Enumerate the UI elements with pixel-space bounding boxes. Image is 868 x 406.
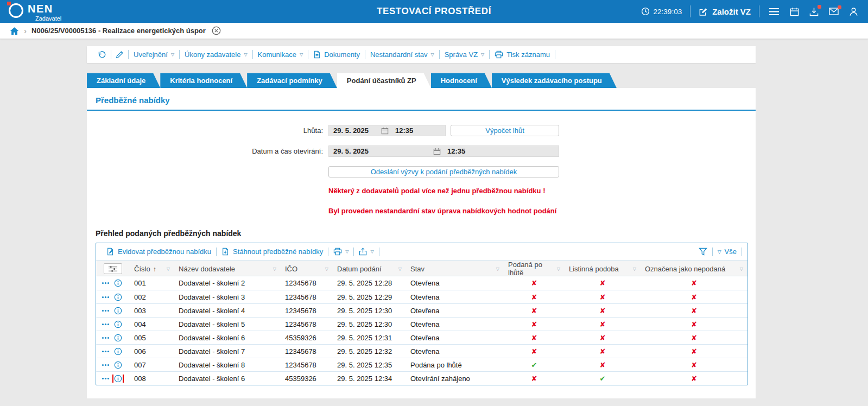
history-button[interactable] bbox=[93, 50, 111, 59]
close-record-icon[interactable] bbox=[212, 26, 221, 35]
tab-zakladni-udaje[interactable]: Základní údaje bbox=[87, 73, 160, 88]
export-table-button[interactable] bbox=[354, 248, 378, 256]
table-row[interactable]: 006Dodavatel - školení 71234567829. 5. 2… bbox=[96, 344, 747, 358]
column-header-cislo[interactable]: Číslo bbox=[130, 261, 174, 277]
row-status: Otevřena bbox=[406, 279, 504, 287]
column-header-stav[interactable]: Stav bbox=[406, 261, 504, 277]
calendar-icon[interactable] bbox=[381, 127, 389, 135]
column-filter-icon[interactable] bbox=[325, 267, 328, 271]
row-paper-flag: ✘ bbox=[565, 334, 641, 342]
row-info-icon[interactable] bbox=[114, 347, 122, 356]
preliminary-offers-form: Lhůta: 29. 5. 2025 12:35 Výpočet lhůt Da… bbox=[87, 111, 756, 215]
row-menu-icon[interactable] bbox=[102, 309, 110, 312]
separator bbox=[555, 50, 555, 59]
column-filter-icon[interactable] bbox=[398, 267, 402, 271]
row-menu-icon[interactable] bbox=[102, 296, 110, 299]
create-vz-button[interactable]: Založit VZ bbox=[699, 7, 751, 16]
tab-zadavaci-podminky[interactable]: Zadávací podmínky bbox=[247, 73, 337, 88]
opening-time-value[interactable]: 12:35 bbox=[441, 147, 465, 155]
row-menu-icon[interactable] bbox=[102, 337, 110, 339]
menu-icon[interactable] bbox=[768, 7, 781, 17]
opening-date-value[interactable]: 29. 5. 2025 bbox=[329, 147, 433, 155]
tab-vysledek-zadavaciho-postupu[interactable]: Výsledek zadávacího postupu bbox=[492, 73, 617, 88]
toolbar-item-nestandardni-stav[interactable]: Nestandardní stav bbox=[365, 50, 439, 59]
calc-deadlines-button[interactable]: Výpočet lhůt bbox=[451, 125, 559, 136]
toolbar-item-label: Uveřejnění bbox=[134, 50, 168, 59]
toolbar-item-dokumenty[interactable]: Dokumenty bbox=[308, 50, 365, 59]
header-separator bbox=[690, 5, 690, 17]
table-row[interactable]: 005Dodavatel - školení 64535932629. 5. 2… bbox=[96, 331, 747, 344]
brand-name: NEN bbox=[28, 3, 61, 14]
column-header-listinna-podoba[interactable]: Listinná podoba bbox=[565, 261, 641, 277]
row-menu-icon[interactable] bbox=[102, 282, 110, 284]
opening-field[interactable]: 29. 5. 2025 12:35 bbox=[328, 145, 559, 157]
row-info-icon[interactable] bbox=[114, 361, 122, 369]
row-info-icon[interactable] bbox=[114, 334, 122, 342]
row-menu-icon[interactable] bbox=[102, 377, 110, 380]
row-not-submitted-flag: ✘ bbox=[641, 347, 747, 356]
row-info-icon[interactable] bbox=[114, 293, 122, 301]
toolbar-item-label: Dokumenty bbox=[324, 50, 360, 59]
row-info-icon[interactable] bbox=[114, 307, 122, 315]
user-icon[interactable] bbox=[848, 6, 859, 17]
download-icon[interactable] bbox=[808, 6, 820, 17]
table-row[interactable]: 002Dodavatel - školení 31234567829. 5. 2… bbox=[96, 290, 747, 303]
row-menu-icon[interactable] bbox=[102, 364, 110, 366]
row-info-icon[interactable] bbox=[114, 320, 122, 328]
tab-hodnoceni[interactable]: Hodnocení bbox=[431, 73, 492, 88]
column-filter-icon[interactable] bbox=[633, 267, 636, 271]
nen-logo[interactable]: NEN Zadavatel bbox=[9, 1, 61, 22]
filter-button[interactable] bbox=[694, 248, 712, 256]
row-menu-icon[interactable] bbox=[102, 323, 110, 326]
register-offer-label: Evidovat předběžnou nabídku bbox=[118, 248, 211, 256]
view-all-dropdown[interactable]: Vše bbox=[713, 248, 742, 256]
page-body: UveřejněníÚkony zadavateleKomunikaceDoku… bbox=[0, 39, 868, 398]
deadline-field[interactable]: 29. 5. 2025 12:35 bbox=[328, 125, 446, 136]
table-row[interactable]: 007Dodavatel - školení 81234567829. 5. 2… bbox=[96, 358, 747, 371]
row-supplier: Dodavatel - školení 6 bbox=[174, 375, 281, 383]
toolbar-item-uverejneni[interactable]: Uveřejnění bbox=[129, 50, 179, 59]
toolbar-item-ukony-zadavatele[interactable]: Úkony zadavatele bbox=[180, 50, 252, 59]
column-header-datum-podani[interactable]: Datum podání bbox=[333, 261, 406, 277]
print-table-button[interactable] bbox=[328, 248, 353, 256]
toolbar-item-tisk-zaznamu[interactable]: Tisk záznamu bbox=[490, 50, 555, 59]
tab-podani-ucastniku-zp[interactable]: Podání účastníků ZP bbox=[337, 73, 431, 88]
column-filter-icon[interactable] bbox=[167, 267, 170, 271]
column-header-ico[interactable]: IČO bbox=[281, 261, 333, 277]
column-settings-button[interactable] bbox=[104, 263, 122, 274]
register-offer-button[interactable]: Evidovat předběžnou nabídku bbox=[102, 248, 216, 256]
column-label: Stav bbox=[410, 265, 425, 273]
table-row[interactable]: 001Dodavatel - školení 21234567829. 5. 2… bbox=[96, 276, 747, 290]
doc-edit-icon bbox=[106, 248, 115, 256]
edit-button[interactable] bbox=[111, 50, 128, 59]
deadline-time-value[interactable]: 12:35 bbox=[389, 126, 413, 135]
row-menu-icon[interactable] bbox=[102, 350, 110, 353]
column-filter-icon[interactable] bbox=[273, 267, 276, 271]
calendar-icon[interactable] bbox=[789, 6, 800, 17]
clock-text: 22:39:03 bbox=[654, 8, 682, 16]
mail-icon[interactable] bbox=[828, 7, 840, 16]
column-filter-icon[interactable] bbox=[496, 267, 499, 271]
row-status: Otevírání zahájeno bbox=[406, 375, 504, 383]
toolbar-item-komunikace[interactable]: Komunikace bbox=[253, 50, 308, 59]
calendar-icon[interactable] bbox=[433, 148, 441, 155]
home-icon[interactable] bbox=[10, 27, 19, 35]
toolbar-item-sprava-vz[interactable]: Správa VZ bbox=[440, 50, 490, 59]
brand-role: Zadavatel bbox=[35, 16, 61, 22]
table-row[interactable]: 004Dodavatel - školení 51234567829. 5. 2… bbox=[96, 317, 747, 331]
row-info-icon[interactable] bbox=[114, 375, 122, 383]
column-header-nazev-dodavatele[interactable]: Název dodavatele bbox=[174, 261, 281, 277]
column-header-podana-po-lhute[interactable]: Podaná po lhůtě bbox=[504, 261, 565, 277]
column-filter-icon[interactable] bbox=[740, 267, 743, 271]
row-info-icon[interactable] bbox=[114, 279, 122, 287]
document-icon bbox=[313, 50, 321, 59]
row-ico: 12345678 bbox=[281, 320, 333, 328]
table-row[interactable]: 003Dodavatel - školení 41234567829. 5. 2… bbox=[96, 303, 747, 317]
column-filter-icon[interactable] bbox=[557, 267, 560, 271]
table-row[interactable]: 008Dodavatel - školení 64535932629. 5. 2… bbox=[96, 371, 747, 385]
download-offers-button[interactable]: Stáhnout předběžné nabídky bbox=[217, 248, 328, 256]
tab-kriteria-hodnoceni[interactable]: Kritéria hodnocení bbox=[160, 73, 247, 88]
send-call-button[interactable]: Odeslání výzvy k podání předběžných nabí… bbox=[328, 166, 559, 177]
column-header-oznacena-jako-nepodana[interactable]: Označena jako nepodaná bbox=[641, 261, 747, 277]
deadline-date-value[interactable]: 29. 5. 2025 bbox=[329, 126, 381, 135]
